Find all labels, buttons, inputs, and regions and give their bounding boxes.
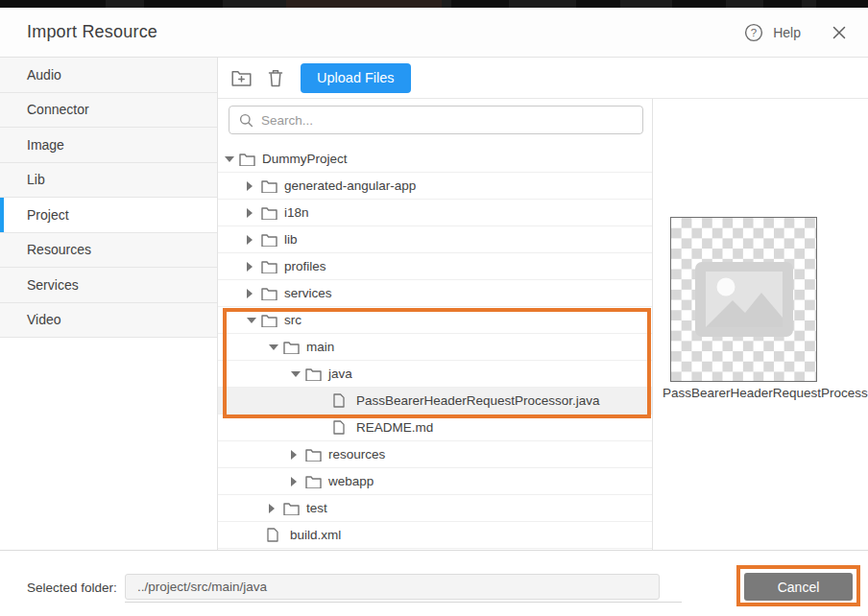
file-icon — [333, 393, 356, 408]
tree-row-label: resources — [328, 447, 385, 462]
close-icon[interactable] — [832, 25, 847, 40]
background-segment — [0, 0, 106, 8]
folder-icon — [261, 206, 284, 220]
folder-icon — [261, 179, 284, 193]
sidebar-item-image[interactable]: Image — [0, 128, 217, 163]
tree-row-label: test — [306, 501, 327, 515]
tree-row-webapp[interactable]: webapp — [218, 468, 653, 495]
tree-row-label: src — [284, 313, 301, 327]
folder-icon — [305, 475, 328, 488]
caret-down-icon[interactable] — [269, 344, 283, 350]
tree-row-label: main — [306, 340, 334, 354]
help-icon[interactable]: ? — [744, 23, 763, 42]
new-folder-icon[interactable] — [229, 65, 253, 90]
caret-right-icon[interactable] — [291, 477, 305, 486]
caret-right-icon[interactable] — [247, 181, 261, 191]
svg-text:?: ? — [751, 27, 757, 38]
sidebar-item-label: Image — [27, 137, 64, 153]
tree-row-label: lib — [284, 232, 298, 247]
upload-files-button[interactable]: Upload Files — [301, 63, 411, 93]
tree-row-resources[interactable]: resources — [218, 441, 653, 468]
background-segment — [763, 0, 802, 8]
caret-down-icon[interactable] — [291, 371, 305, 377]
sidebar-item-label: Video — [27, 312, 61, 327]
tree-row-services[interactable]: services — [218, 280, 653, 307]
sidebar-item-resources[interactable]: Resources — [0, 233, 217, 269]
tree-row-lib[interactable]: lib — [218, 226, 653, 253]
image-placeholder-icon — [694, 261, 794, 338]
sidebar-item-label: Audio — [27, 67, 61, 83]
header-actions: ? Help — [744, 8, 847, 58]
search-input[interactable] — [261, 113, 626, 128]
sidebar-item-label: Services — [27, 277, 79, 293]
tree-row-i18n[interactable]: i18n — [218, 200, 653, 226]
tree-row-main[interactable]: main — [218, 334, 653, 361]
caret-right-icon[interactable] — [269, 504, 283, 513]
folder-icon — [283, 502, 306, 515]
toolbar: Upload Files — [218, 58, 868, 99]
file-icon — [267, 528, 290, 542]
folder-icon — [261, 314, 284, 327]
page-title: Import Resource — [27, 22, 157, 42]
sidebar-item-audio[interactable]: Audio — [0, 58, 217, 93]
cancel-button[interactable]: Cancel — [744, 573, 853, 601]
selected-folder-field[interactable] — [125, 574, 660, 600]
sidebar-item-connector[interactable]: Connector — [0, 93, 217, 129]
caret-right-icon[interactable] — [247, 235, 261, 245]
preview-caption: PassBearerHeaderRequestProcess — [663, 386, 868, 400]
folder-icon — [305, 367, 328, 381]
tree-row-label: profiles — [284, 259, 326, 273]
dialog-footer: Selected folder: Cancel — [0, 550, 868, 616]
background-app-strip — [0, 0, 868, 8]
tree-row-readme-md[interactable]: README.md — [218, 415, 653, 441]
tree-row-label: generated-angular-app — [284, 178, 416, 193]
tree-row-label: PassBearerHeaderRequestProcessor.java — [356, 393, 600, 408]
caret-right-icon[interactable] — [247, 289, 261, 298]
caret-down-icon[interactable] — [247, 318, 261, 323]
tree-row-passbearerheaderrequestprocessor-java[interactable]: PassBearerHeaderRequestProcessor.java — [218, 388, 653, 415]
tree-row-label: services — [284, 286, 332, 300]
tree-row-test[interactable]: test — [218, 495, 653, 522]
background-segment — [816, 0, 868, 8]
folder-icon — [239, 153, 262, 166]
sidebar-item-label: Project — [27, 207, 69, 223]
background-segment — [576, 0, 620, 8]
tree-row-label: build.xml — [290, 528, 341, 542]
tree-row-src[interactable]: src — [218, 307, 653, 334]
tree-row-profiles[interactable]: profiles — [218, 253, 653, 280]
sidebar-item-label: Lib — [27, 172, 45, 187]
tree-row-label: README.md — [356, 420, 433, 435]
dialog-header: Import Resource ? Help — [0, 8, 868, 58]
sidebar-list: Audio Connector Image Lib Project Resour… — [0, 58, 217, 338]
folder-icon — [283, 341, 306, 354]
sidebar-item-video[interactable]: Video — [0, 303, 217, 339]
tree-row-java[interactable]: java — [218, 361, 653, 388]
tree-row-label: java — [328, 367, 352, 381]
help-link[interactable]: Help — [773, 25, 801, 40]
sidebar-item-label: Resources — [27, 242, 91, 257]
delete-icon[interactable] — [264, 65, 287, 90]
caret-right-icon[interactable] — [291, 450, 305, 460]
search-box — [229, 106, 643, 134]
search-icon — [239, 113, 253, 128]
background-segment — [672, 0, 726, 8]
sidebar-item-lib[interactable]: Lib — [0, 163, 217, 199]
caret-right-icon[interactable] — [247, 208, 261, 218]
sidebar-item-project[interactable]: Project — [0, 198, 217, 233]
sidebar-item-label: Connector — [27, 102, 89, 117]
caret-down-icon[interactable] — [225, 156, 239, 162]
tree-row-label: DummyProject — [262, 152, 348, 166]
dialog-bottom-edge — [125, 602, 682, 603]
caret-right-icon[interactable] — [247, 262, 261, 272]
tree-row-dummyproject[interactable]: DummyProject — [218, 146, 653, 173]
folder-icon — [261, 233, 284, 247]
file-tree: DummyProject generated-angular-app i18n … — [218, 146, 653, 549]
folder-icon — [305, 448, 328, 462]
selected-folder-label: Selected folder: — [27, 575, 117, 601]
preview-panel: PassBearerHeaderRequestProcess — [653, 99, 868, 550]
sidebar-item-services[interactable]: Services — [0, 268, 217, 303]
background-segment — [144, 0, 223, 8]
tree-row-build-xml[interactable]: build.xml — [218, 522, 653, 549]
background-segment — [451, 0, 509, 8]
tree-row-generated-angular-app[interactable]: generated-angular-app — [218, 173, 653, 200]
